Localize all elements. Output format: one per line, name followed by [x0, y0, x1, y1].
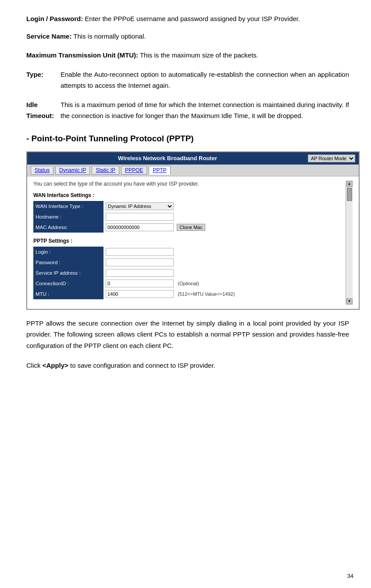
- pptp-section-heading: - Point-to-Point Tunneling Protocol (PPT…: [26, 134, 349, 143]
- nav-tab-static-ip[interactable]: Static IP: [92, 166, 119, 175]
- wan-interface-type-label: WAN Interface Type :: [33, 201, 103, 212]
- wan-section-title: WAN Interface Settings :: [33, 192, 346, 198]
- click-apply-block: Click <Apply> to save configuration and …: [26, 360, 349, 371]
- mtu-text: This is the maximum size of the packets.: [140, 51, 258, 59]
- mac-address-row: MAC Address: Clone Mac: [33, 222, 346, 233]
- router-body: You can select the type of the account y…: [27, 176, 359, 309]
- password-row: Password :: [33, 257, 346, 268]
- login-row: Login :: [33, 247, 346, 257]
- service-name-text: This is normally optional.: [73, 32, 146, 40]
- router-nav: Status Dynamic IP Static IP PPPOE PPTP: [27, 165, 359, 176]
- clone-mac-button[interactable]: Clone Mac: [177, 224, 205, 231]
- nav-tab-dynamic-ip[interactable]: Dynamic IP: [55, 166, 90, 175]
- mtu-input[interactable]: [106, 290, 174, 298]
- connection-id-label: ConnectionID :: [33, 278, 103, 289]
- mtu-table-label: MTU :: [33, 289, 103, 299]
- pptp-section-title: PPTP Settings :: [33, 238, 346, 244]
- page-number: 34: [347, 573, 353, 579]
- mtu-hint-text: (512<=MTU Value<=1492): [178, 291, 235, 297]
- apply-label: <Apply>: [43, 362, 68, 369]
- wan-interface-type-value[interactable]: Dynamic IP Address: [103, 201, 346, 212]
- nav-tab-pptp[interactable]: PPTP: [149, 166, 170, 175]
- click-apply-prefix: Click: [26, 362, 43, 369]
- mtu-row: MTU : (512<=MTU Value<=1492): [33, 289, 346, 299]
- router-description: You can select the type of the account y…: [33, 181, 346, 187]
- wan-interface-type-row: WAN Interface Type : Dynamic IP Address: [33, 201, 346, 212]
- hostname-row: Hostname :: [33, 212, 346, 222]
- type-text: Enable the Auto-reconnect option to auto…: [61, 69, 349, 91]
- service-ip-row: Service IP address :: [33, 268, 346, 278]
- wan-interface-type-select[interactable]: Dynamic IP Address: [106, 202, 174, 210]
- mac-address-label: MAC Address:: [33, 222, 103, 233]
- router-scrollbar: ▲ ▼: [346, 181, 353, 305]
- nav-tab-pppoe[interactable]: PPPOE: [121, 166, 147, 175]
- pptp-description-text: PPTP allows the secure connection over t…: [26, 318, 349, 351]
- idle-timeout-label: Idle Timeout:: [26, 101, 54, 120]
- connection-id-row: ConnectionID : (Optional): [33, 278, 346, 289]
- router-mode-dropdown[interactable]: AP Router Mode: [308, 154, 355, 162]
- hostname-label: Hostname :: [33, 212, 103, 222]
- service-name-block: Service Name: This is normally optional.: [26, 31, 349, 42]
- login-value[interactable]: [103, 247, 346, 257]
- hostname-value[interactable]: [103, 212, 346, 222]
- scrollbar-thumb[interactable]: [347, 188, 352, 201]
- login-password-block: Login / Password: Enter the PPPoE userna…: [26, 13, 349, 25]
- service-name-label: Service Name:: [26, 32, 71, 40]
- type-label: Type:: [26, 71, 43, 78]
- pptp-description-block: PPTP allows the secure connection over t…: [26, 318, 349, 351]
- idle-timeout-block: Idle Timeout: This is a maximum period o…: [26, 99, 349, 122]
- type-block: Type: Enable the Auto-reconnect option t…: [26, 69, 349, 91]
- connection-id-input[interactable]: [106, 280, 174, 287]
- mac-address-input[interactable]: [106, 223, 174, 231]
- service-ip-input[interactable]: [106, 269, 174, 277]
- wan-settings-table: WAN Interface Type : Dynamic IP Address …: [33, 201, 346, 233]
- login-password-label: Login / Password:: [26, 15, 83, 22]
- mtu-label: Maximum Transmission Unit (MTU):: [26, 51, 138, 59]
- idle-timeout-text: This is a maximum period of time for whi…: [61, 99, 349, 122]
- scrollbar-up-button[interactable]: ▲: [346, 181, 353, 187]
- click-apply-suffix: to save configuration and connect to ISP…: [70, 362, 215, 369]
- router-screenshot: Wireless Network Broadband Router AP Rou…: [26, 151, 360, 310]
- mtu-block: Maximum Transmission Unit (MTU): This is…: [26, 50, 349, 61]
- password-value[interactable]: [103, 257, 346, 268]
- connection-id-value[interactable]: (Optional): [103, 278, 346, 289]
- pptp-settings-table: Login : Password : Service IP address :: [33, 247, 346, 299]
- login-password-text: Enter the PPPoE username and password as…: [85, 15, 300, 22]
- service-ip-value[interactable]: [103, 268, 346, 278]
- password-label: Password :: [33, 257, 103, 268]
- router-title-bar: Wireless Network Broadband Router AP Rou…: [27, 152, 359, 165]
- password-input[interactable]: [106, 258, 174, 266]
- nav-tab-status[interactable]: Status: [31, 166, 54, 175]
- mtu-table-value[interactable]: (512<=MTU Value<=1492): [103, 289, 346, 299]
- mac-address-value[interactable]: Clone Mac: [103, 222, 346, 233]
- router-title: Wireless Network Broadband Router: [27, 155, 308, 161]
- hostname-input[interactable]: [106, 213, 174, 221]
- router-main: You can select the type of the account y…: [33, 181, 346, 305]
- scrollbar-down-button[interactable]: ▼: [346, 298, 353, 305]
- connection-id-optional: (Optional): [178, 281, 199, 286]
- login-input[interactable]: [106, 248, 174, 256]
- login-label: Login :: [33, 247, 103, 257]
- service-ip-label: Service IP address :: [33, 268, 103, 278]
